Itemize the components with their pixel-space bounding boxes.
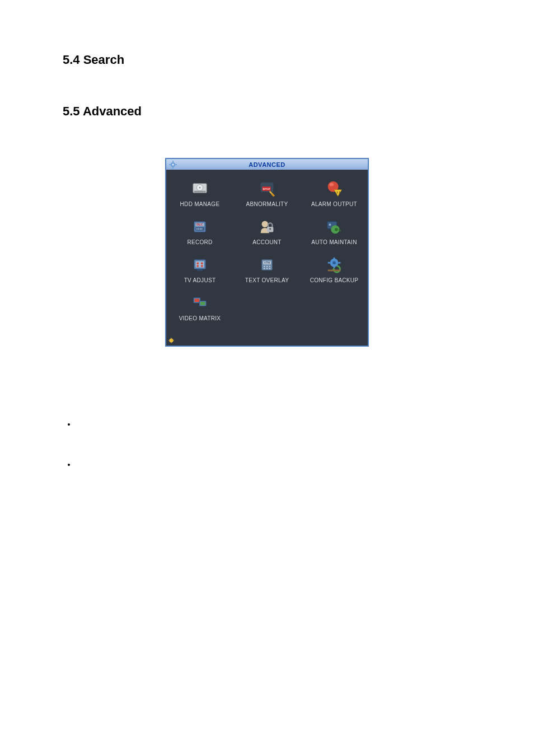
svg-point-44 bbox=[269, 266, 270, 267]
svg-marker-17 bbox=[334, 190, 341, 196]
atm-icon: ATM bbox=[257, 255, 277, 275]
menu-item-text-overlay[interactable]: ATM TEXT OVERLAY bbox=[233, 251, 301, 290]
svg-point-60 bbox=[170, 339, 174, 343]
account-icon bbox=[257, 217, 277, 237]
svg-point-31 bbox=[335, 228, 338, 231]
menu-label: RECORD bbox=[187, 239, 212, 245]
menu-label: ACCOUNT bbox=[252, 239, 282, 245]
svg-rect-49 bbox=[334, 258, 335, 260]
svg-rect-25 bbox=[202, 228, 202, 230]
svg-point-28 bbox=[269, 228, 271, 230]
menu-label: AUTO MAINTAIN bbox=[311, 239, 357, 245]
svg-text:REC: REC bbox=[196, 223, 203, 226]
menu-item-abnormality[interactable]: error ABNORMALITY bbox=[233, 175, 301, 213]
matrix-icon bbox=[190, 293, 210, 313]
menu-item-account[interactable]: ACCOUNT bbox=[233, 213, 301, 251]
svg-point-34 bbox=[196, 262, 199, 264]
svg-point-45 bbox=[264, 268, 265, 269]
svg-rect-57 bbox=[195, 298, 200, 302]
tv-icon bbox=[190, 255, 210, 275]
window-title: ADVANCED bbox=[166, 161, 368, 168]
svg-point-26 bbox=[262, 221, 268, 227]
svg-point-42 bbox=[264, 266, 265, 267]
hdd-icon bbox=[190, 179, 210, 199]
menu-grid: HDD MANAGE error ABNORMALITY bbox=[166, 170, 368, 331]
menu-label: VIDEO MATRIX bbox=[179, 315, 221, 321]
menu-item-tv-adjust[interactable]: TV ADJUST bbox=[166, 251, 233, 290]
svg-rect-22 bbox=[196, 228, 197, 230]
bullet-item bbox=[76, 419, 471, 428]
svg-rect-23 bbox=[198, 228, 199, 230]
section-heading-advanced: 5.5 Advanced bbox=[63, 104, 471, 119]
svg-point-47 bbox=[269, 268, 270, 269]
svg-rect-52 bbox=[339, 262, 341, 264]
svg-point-16 bbox=[330, 183, 334, 186]
error-icon: error bbox=[257, 179, 277, 199]
menu-item-video-matrix[interactable]: VIDEO MATRIX bbox=[166, 290, 233, 328]
svg-point-30 bbox=[329, 223, 331, 226]
maintain-icon bbox=[324, 217, 344, 237]
menu-item-config-backup[interactable]: CONFIG BACKUP bbox=[301, 251, 368, 290]
backup-icon bbox=[324, 255, 344, 275]
menu-label: CONFIG BACKUP bbox=[310, 277, 359, 283]
svg-point-53 bbox=[332, 261, 336, 264]
svg-point-43 bbox=[266, 266, 268, 267]
svg-point-46 bbox=[266, 268, 268, 269]
record-icon: REC bbox=[190, 217, 210, 237]
advanced-window: ADVANCED HDD MANAGE bbox=[165, 158, 369, 347]
menu-item-alarm-output[interactable]: ALARM OUTPUT bbox=[301, 175, 368, 213]
menu-item-record[interactable]: REC RECORD bbox=[166, 213, 233, 251]
menu-item-hdd-manage[interactable]: HDD MANAGE bbox=[166, 175, 233, 213]
svg-rect-24 bbox=[200, 228, 200, 230]
cursor-icon bbox=[168, 335, 174, 341]
svg-text:ATM: ATM bbox=[264, 261, 270, 264]
menu-label: ALARM OUTPUT bbox=[311, 201, 357, 207]
svg-point-36 bbox=[196, 265, 199, 267]
bullet-item bbox=[76, 460, 471, 469]
bullet-list bbox=[63, 419, 471, 469]
svg-point-35 bbox=[201, 262, 203, 264]
svg-rect-38 bbox=[197, 269, 202, 271]
svg-point-37 bbox=[201, 265, 203, 267]
svg-rect-10 bbox=[194, 191, 206, 193]
menu-label: HDD MANAGE bbox=[180, 201, 220, 207]
section-heading-search: 5.4 Search bbox=[63, 53, 471, 67]
menu-label: TV ADJUST bbox=[184, 277, 216, 283]
svg-rect-59 bbox=[200, 302, 205, 305]
menu-label: TEXT OVERLAY bbox=[245, 277, 289, 283]
svg-rect-55 bbox=[328, 270, 341, 272]
svg-text:error: error bbox=[263, 186, 270, 190]
alarm-icon bbox=[324, 179, 344, 199]
svg-point-9 bbox=[199, 187, 201, 189]
window-footer bbox=[166, 331, 368, 346]
svg-rect-51 bbox=[328, 262, 330, 264]
window-titlebar: ADVANCED bbox=[166, 159, 368, 170]
menu-item-auto-maintain[interactable]: AUTO MAINTAIN bbox=[301, 213, 368, 251]
menu-label: ABNORMALITY bbox=[246, 201, 288, 207]
